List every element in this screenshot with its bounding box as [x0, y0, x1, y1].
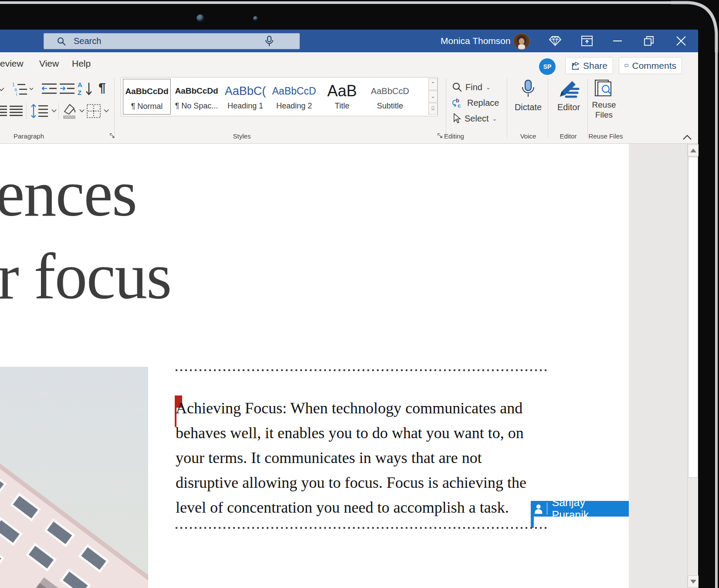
- align-icon-partial[interactable]: [0, 105, 7, 118]
- editing-group-label: Editing: [419, 132, 489, 140]
- replace-button[interactable]: b c Replace: [452, 96, 499, 109]
- share-button[interactable]: Share: [565, 57, 613, 74]
- style-no-spacing[interactable]: AaBbCcDd ¶ No Spac...: [173, 79, 220, 115]
- reuse-files-group-label: Reuse Files: [571, 132, 641, 140]
- reuse-files-label-line1: Reuse: [587, 100, 621, 110]
- editor-button[interactable]: Editor: [550, 79, 587, 112]
- style-label: Title: [318, 101, 366, 111]
- editor-label: Editor: [550, 102, 587, 112]
- search-box[interactable]: [44, 33, 300, 49]
- chevron-down-icon: ⌄: [492, 115, 497, 122]
- scroll-down-button[interactable]: [688, 575, 699, 588]
- restore-button[interactable]: [639, 30, 659, 52]
- group-divider: [548, 78, 548, 138]
- styles-group-label: Styles: [207, 132, 277, 140]
- chevron-down-icon[interactable]: [79, 109, 85, 113]
- section-dotted-divider: [176, 527, 546, 529]
- comments-icon: [624, 61, 628, 71]
- ribbon-tab-row: eview View Help SP Share Comments: [0, 52, 698, 75]
- editor-pencil-icon: [557, 79, 580, 100]
- search-mic-icon[interactable]: [265, 36, 273, 47]
- document-area: ences r focus Achieving Focus: When tech…: [0, 144, 698, 588]
- collaborator-flag-divider: [547, 503, 548, 515]
- scrollbar-thumb[interactable]: [688, 157, 698, 478]
- svg-text:a: a: [14, 87, 17, 92]
- dictate-button[interactable]: Dictate: [509, 79, 547, 112]
- vertical-scrollbar[interactable]: [687, 144, 698, 588]
- justify-icon[interactable]: [10, 105, 23, 118]
- person-icon: [534, 504, 543, 514]
- select-label: Select: [465, 114, 489, 124]
- webcam-icon: [197, 14, 204, 22]
- document-page: ences r focus Achieving Focus: When tech…: [0, 144, 629, 588]
- chevron-down-icon[interactable]: [0, 87, 4, 91]
- paragraph-dialog-launcher-icon[interactable]: [110, 133, 116, 139]
- body-text-line: disruptive allowing you to focus. Focus …: [176, 473, 526, 492]
- sort-icon[interactable]: A Z: [78, 81, 94, 97]
- document-photo-building[interactable]: [0, 367, 148, 588]
- style-normal[interactable]: AaBbCcDd ¶ Normal: [123, 79, 171, 115]
- reuse-files-label-line2: Files: [587, 110, 621, 120]
- reuse-files-icon: [594, 79, 614, 98]
- comments-button[interactable]: Comments: [619, 57, 682, 74]
- shading-icon[interactable]: [62, 103, 77, 119]
- styles-scroll-down-button[interactable]: ⌄: [428, 91, 438, 102]
- chevron-down-icon[interactable]: [104, 109, 109, 113]
- svg-text:Z: Z: [78, 89, 81, 96]
- select-button[interactable]: Select ⌄: [452, 112, 497, 125]
- find-button[interactable]: Find ⌄: [452, 81, 491, 94]
- select-cursor-icon: [452, 113, 461, 124]
- search-icon: [57, 37, 66, 46]
- search-input[interactable]: [74, 36, 265, 46]
- share-icon: [571, 61, 580, 71]
- style-heading-1[interactable]: AaBbC( Heading 1: [221, 79, 269, 115]
- chevron-down-icon: ⌄: [486, 84, 491, 91]
- reuse-files-button[interactable]: Reuse Files: [587, 79, 621, 120]
- style-subtitle[interactable]: AaBbCcD Subtitle: [366, 79, 414, 115]
- pilcrow-icon[interactable]: ¶: [98, 80, 106, 95]
- style-label: Heading 2: [270, 101, 318, 111]
- collaborator-name: Sanjay Puranik: [552, 496, 629, 521]
- group-divider: [446, 78, 446, 138]
- line-spacing-icon[interactable]: [31, 104, 51, 118]
- find-icon: [452, 82, 462, 92]
- style-sample: AaBbCcDd: [173, 82, 220, 100]
- presence-badge[interactable]: SP: [539, 58, 556, 75]
- styles-gallery: AaBbCcDd ¶ Normal AaBbCcDd ¶ No Spac... …: [121, 77, 438, 116]
- multilevel-list-icon[interactable]: 1 a i: [12, 82, 33, 97]
- scroll-up-button[interactable]: [688, 144, 699, 156]
- section-dotted-divider: [176, 369, 546, 371]
- style-sample: AaB: [318, 82, 366, 100]
- style-heading-2[interactable]: AaBbCcD Heading 2: [270, 79, 318, 115]
- replace-label: Replace: [467, 98, 499, 108]
- style-title[interactable]: AaB Title: [318, 79, 366, 115]
- avatar[interactable]: [513, 33, 530, 50]
- svg-text:i: i: [16, 92, 17, 97]
- premium-diamond-icon[interactable]: [545, 30, 565, 52]
- paragraph-group: 1 a i A Z ¶: [0, 75, 114, 144]
- ribbon: 1 a i A Z ¶: [0, 75, 698, 144]
- body-text-line: behaves well, it enables you to do what …: [176, 424, 524, 442]
- tab-review[interactable]: eview: [0, 52, 24, 75]
- body-text-line: Achieving Focus: When technology communi…: [176, 399, 522, 417]
- tab-view[interactable]: View: [39, 52, 59, 75]
- styles-scroll-up-button[interactable]: ⌃: [428, 78, 438, 90]
- decrease-indent-icon[interactable]: [42, 83, 57, 95]
- chevron-down-icon[interactable]: [51, 109, 57, 113]
- collapse-ribbon-icon[interactable]: [682, 134, 692, 140]
- styles-more-button[interactable]: ⍗: [428, 103, 438, 115]
- close-button[interactable]: [671, 30, 691, 52]
- tab-help[interactable]: Help: [72, 52, 91, 75]
- increase-indent-icon[interactable]: [60, 83, 75, 95]
- style-sample: AaBbCcD: [270, 82, 318, 100]
- user-name: Monica Thomson: [441, 30, 511, 52]
- ambient-sensor-icon: [253, 16, 258, 21]
- ribbon-display-options-icon[interactable]: [577, 30, 597, 52]
- minimize-button[interactable]: [607, 30, 627, 52]
- document-heading-line2: r focus: [0, 239, 171, 314]
- style-label: ¶ Normal: [123, 102, 170, 111]
- device-bezel-top: [0, 0, 719, 30]
- svg-text:1: 1: [12, 82, 15, 87]
- borders-icon[interactable]: [86, 104, 101, 118]
- style-sample: AaBbC(: [221, 82, 269, 100]
